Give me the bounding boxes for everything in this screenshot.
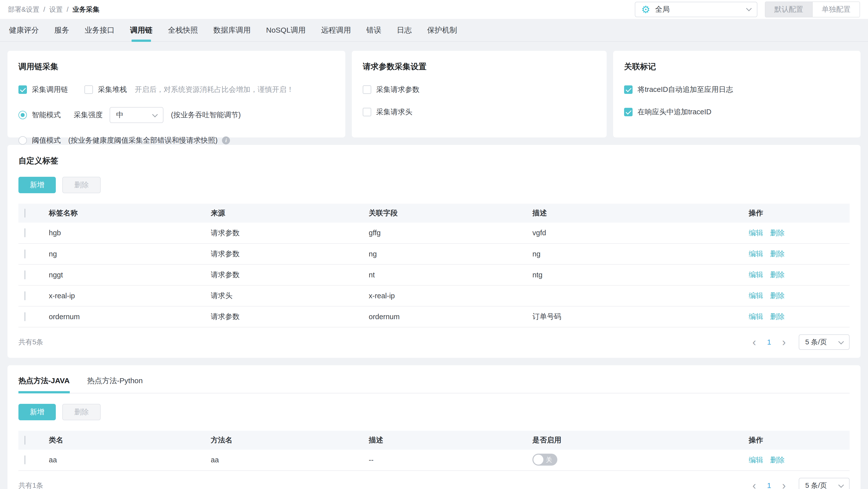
- breadcrumb-item-deploy-settings[interactable]: 部署&设置: [8, 5, 39, 14]
- collect-trace-checkbox[interactable]: 采集调用链: [19, 85, 68, 95]
- edit-link[interactable]: 编辑: [749, 229, 763, 237]
- cell-class-name: aa: [46, 450, 208, 470]
- table-footer: 共有5条 ‹ 1 › 5 条/页: [19, 334, 849, 350]
- column-header: 关联字段: [366, 204, 529, 223]
- hot-method-tab[interactable]: 热点方法-JAVA: [19, 376, 70, 393]
- delete-link[interactable]: 删除: [770, 313, 784, 320]
- main-tab[interactable]: 业务接口: [85, 19, 115, 41]
- cell-tag-name: ng: [46, 243, 208, 264]
- edit-link[interactable]: 编辑: [749, 292, 763, 299]
- table-header-row: 标签名称 来源 关联字段 描述 操作: [19, 204, 849, 223]
- page-size-value: 5 条/页: [805, 481, 827, 489]
- row-checkbox[interactable]: [24, 455, 25, 464]
- checkbox-icon[interactable]: [624, 86, 632, 94]
- checkbox-icon[interactable]: [363, 86, 371, 94]
- panel-title: 调用链采集: [19, 61, 334, 72]
- main-tab[interactable]: 服务: [54, 19, 69, 41]
- radio-label: 智能模式: [32, 110, 61, 120]
- delete-link[interactable]: 删除: [770, 292, 784, 299]
- relation-checkbox[interactable]: 在响应头中追加traceID: [624, 107, 711, 117]
- checkbox-label: 采集请求头: [376, 107, 412, 117]
- page-number[interactable]: 1: [762, 481, 777, 489]
- panel-title: 关联标记: [624, 61, 849, 72]
- delete-link[interactable]: 删除: [770, 229, 784, 237]
- next-page-button[interactable]: ›: [777, 480, 791, 489]
- row-checkbox[interactable]: [24, 250, 25, 258]
- topbar-right: ⚙ 全局 默认配置 单独配置: [635, 1, 860, 18]
- row-checkbox[interactable]: [24, 291, 25, 300]
- add-tag-button[interactable]: 新增: [19, 177, 56, 193]
- checkbox-icon[interactable]: [363, 108, 371, 116]
- edit-link[interactable]: 编辑: [749, 456, 763, 464]
- page-number[interactable]: 1: [762, 338, 777, 346]
- page-size-select[interactable]: 5 条/页: [799, 334, 849, 350]
- checkbox-icon[interactable]: [19, 86, 27, 94]
- hot-method-tabs: 热点方法-JAVA 热点方法-Python: [19, 376, 849, 393]
- info-icon[interactable]: i: [222, 136, 230, 144]
- cell-field: x-real-ip: [366, 285, 529, 306]
- enable-toggle[interactable]: 关: [532, 454, 557, 466]
- page-size-select[interactable]: 5 条/页: [799, 478, 849, 489]
- hot-method-tab[interactable]: 热点方法-Python: [87, 376, 143, 393]
- chevron-down-icon: [746, 6, 752, 11]
- separate-config-button[interactable]: 单独配置: [812, 1, 860, 18]
- main-tab[interactable]: 数据库调用: [213, 19, 251, 41]
- breadcrumb-separator: /: [67, 6, 69, 13]
- table-row: ordernum 请求参数 ordernum 订单号码 编辑删除: [19, 306, 849, 327]
- relation-checkbox[interactable]: 将traceID自动追加至应用日志: [624, 85, 733, 95]
- select-all-checkbox[interactable]: [24, 209, 25, 218]
- breadcrumb: 部署&设置 / 设置 / 业务采集: [8, 5, 99, 14]
- param-checkbox[interactable]: 采集请求参数: [363, 85, 420, 95]
- breadcrumb-item-settings[interactable]: 设置: [49, 5, 63, 14]
- checkbox-icon[interactable]: [85, 86, 93, 94]
- delete-link[interactable]: 删除: [770, 271, 784, 279]
- row-checkbox[interactable]: [24, 270, 25, 280]
- delete-tag-button[interactable]: 删除: [62, 177, 101, 193]
- main-tab[interactable]: 远程调用: [321, 19, 351, 41]
- row-checkbox[interactable]: [24, 312, 25, 321]
- config-mode-switch: 默认配置 单独配置: [765, 1, 860, 18]
- edit-link[interactable]: 编辑: [749, 271, 763, 279]
- cell-field: ng: [366, 243, 529, 264]
- edit-link[interactable]: 编辑: [749, 250, 763, 258]
- strength-select[interactable]: 中: [110, 107, 163, 123]
- cell-field: ordernum: [366, 306, 529, 327]
- collect-stack-checkbox[interactable]: 采集堆栈: [85, 85, 127, 95]
- row-checkbox[interactable]: [24, 228, 25, 237]
- hot-methods-toolbar: 新增 删除: [19, 404, 849, 420]
- smart-mode-radio[interactable]: 智能模式: [19, 110, 61, 120]
- select-all-checkbox[interactable]: [24, 436, 25, 445]
- cell-method-name: aa: [208, 450, 366, 470]
- checkbox-label: 采集堆栈: [98, 85, 127, 95]
- main-tab[interactable]: 全栈快照: [168, 19, 198, 41]
- relation-options: 将traceID自动追加至应用日志 在响应头中追加traceID: [624, 85, 849, 117]
- delete-link[interactable]: 删除: [770, 250, 784, 258]
- default-config-button[interactable]: 默认配置: [765, 1, 812, 18]
- radio-icon[interactable]: [19, 136, 27, 145]
- delete-link[interactable]: 删除: [770, 456, 784, 464]
- threshold-mode-hint: (按业务健康度阈值采集全部错误和慢请求快照): [68, 135, 217, 145]
- main-tab[interactable]: 健康评分: [9, 19, 39, 41]
- prev-page-button[interactable]: ‹: [747, 480, 762, 489]
- main-tab[interactable]: 错误: [366, 19, 381, 41]
- add-method-button[interactable]: 新增: [19, 404, 56, 420]
- next-page-button[interactable]: ›: [777, 337, 791, 348]
- column-header: 类名: [46, 431, 208, 450]
- param-checkbox[interactable]: 采集请求头: [363, 107, 412, 117]
- main-tab[interactable]: 保护机制: [427, 19, 457, 41]
- main-tab[interactable]: 调用链: [130, 19, 153, 41]
- checkbox-icon[interactable]: [624, 108, 632, 116]
- settings-cards: 调用链采集 采集调用链 采集堆栈 开启后，对系统资源消耗占比会增加，谨慎开启！ …: [7, 51, 861, 137]
- edit-link[interactable]: 编辑: [749, 313, 763, 320]
- delete-method-button[interactable]: 删除: [62, 404, 101, 420]
- total-count: 共有1条: [19, 481, 43, 489]
- column-header: 操作: [746, 204, 849, 223]
- main-tab[interactable]: NoSQL调用: [266, 19, 305, 41]
- radio-icon[interactable]: [19, 111, 27, 119]
- main-tab[interactable]: 日志: [397, 19, 411, 41]
- scope-select[interactable]: ⚙ 全局: [635, 2, 757, 17]
- threshold-mode-radio[interactable]: 阈值模式: [19, 135, 61, 145]
- prev-page-button[interactable]: ‹: [747, 337, 762, 348]
- column-header: 描述: [366, 431, 529, 450]
- cell-desc: 订单号码: [529, 306, 746, 327]
